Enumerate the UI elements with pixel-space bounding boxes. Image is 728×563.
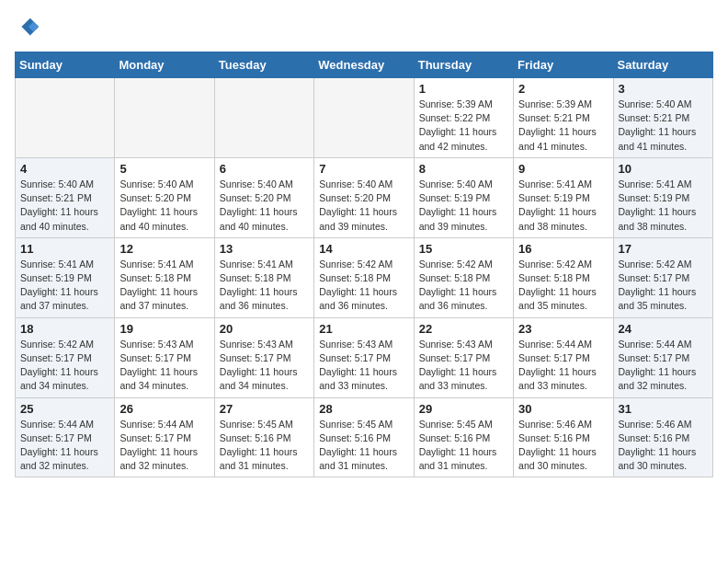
day-number: 24 [619,322,708,336]
logo [15,15,44,40]
day-info: Sunrise: 5:40 AM Sunset: 5:21 PM Dayligh… [20,178,109,234]
day-info: Sunrise: 5:42 AM Sunset: 5:18 PM Dayligh… [319,258,408,314]
day-number: 12 [119,242,209,256]
day-number: 21 [319,322,408,336]
calendar-cell: 27Sunrise: 5:45 AM Sunset: 5:16 PM Dayli… [214,397,313,477]
day-number: 19 [119,322,209,336]
day-number: 2 [518,82,608,96]
day-info: Sunrise: 5:43 AM Sunset: 5:17 PM Dayligh… [119,338,209,394]
calendar-cell: 4Sunrise: 5:40 AM Sunset: 5:21 PM Daylig… [16,157,115,237]
weekday-header-saturday: Saturday [613,52,712,78]
day-number: 23 [518,322,608,336]
calendar-cell: 9Sunrise: 5:41 AM Sunset: 5:19 PM Daylig… [514,157,613,237]
day-info: Sunrise: 5:45 AM Sunset: 5:16 PM Dayligh… [419,418,508,474]
day-number: 5 [119,162,209,176]
day-info: Sunrise: 5:44 AM Sunset: 5:17 PM Dayligh… [518,338,608,394]
day-info: Sunrise: 5:42 AM Sunset: 5:18 PM Dayligh… [518,258,608,314]
calendar-cell: 17Sunrise: 5:42 AM Sunset: 5:17 PM Dayli… [613,237,712,317]
day-number: 1 [419,82,508,96]
day-number: 25 [20,402,109,416]
day-info: Sunrise: 5:43 AM Sunset: 5:17 PM Dayligh… [419,338,508,394]
day-info: Sunrise: 5:40 AM Sunset: 5:21 PM Dayligh… [619,98,708,154]
weekday-header-sunday: Sunday [16,52,115,78]
calendar-cell: 20Sunrise: 5:43 AM Sunset: 5:17 PM Dayli… [214,317,313,397]
day-number: 27 [220,402,309,416]
calendar-cell: 13Sunrise: 5:41 AM Sunset: 5:18 PM Dayli… [214,237,313,317]
calendar-cell: 3Sunrise: 5:40 AM Sunset: 5:21 PM Daylig… [613,78,712,158]
day-info: Sunrise: 5:44 AM Sunset: 5:17 PM Dayligh… [619,338,708,394]
calendar-cell: 29Sunrise: 5:45 AM Sunset: 5:16 PM Dayli… [414,397,513,477]
day-info: Sunrise: 5:41 AM Sunset: 5:19 PM Dayligh… [619,178,708,234]
calendar-cell: 31Sunrise: 5:46 AM Sunset: 5:16 PM Dayli… [613,397,712,477]
calendar-cell: 1Sunrise: 5:39 AM Sunset: 5:22 PM Daylig… [414,78,513,158]
logo-icon [15,15,40,40]
day-info: Sunrise: 5:39 AM Sunset: 5:21 PM Dayligh… [518,98,608,154]
calendar-cell: 25Sunrise: 5:44 AM Sunset: 5:17 PM Dayli… [16,397,115,477]
calendar-cell: 21Sunrise: 5:43 AM Sunset: 5:17 PM Dayli… [314,317,414,397]
calendar-cell: 2Sunrise: 5:39 AM Sunset: 5:21 PM Daylig… [514,78,613,158]
day-number: 9 [518,162,608,176]
calendar-cell [314,78,414,158]
day-number: 31 [619,402,708,416]
day-number: 7 [319,162,408,176]
day-number: 29 [419,402,508,416]
day-number: 17 [619,242,708,256]
day-number: 11 [20,242,109,256]
day-info: Sunrise: 5:46 AM Sunset: 5:16 PM Dayligh… [518,418,608,474]
day-info: Sunrise: 5:45 AM Sunset: 5:16 PM Dayligh… [319,418,408,474]
calendar-cell: 16Sunrise: 5:42 AM Sunset: 5:18 PM Dayli… [514,237,613,317]
day-number: 15 [419,242,508,256]
calendar-cell: 5Sunrise: 5:40 AM Sunset: 5:20 PM Daylig… [115,157,214,237]
calendar-cell [214,78,313,158]
day-info: Sunrise: 5:41 AM Sunset: 5:19 PM Dayligh… [518,178,608,234]
day-info: Sunrise: 5:43 AM Sunset: 5:17 PM Dayligh… [220,338,309,394]
calendar-cell [16,78,115,158]
day-number: 10 [619,162,708,176]
calendar-cell: 23Sunrise: 5:44 AM Sunset: 5:17 PM Dayli… [514,317,613,397]
day-number: 26 [119,402,209,416]
day-info: Sunrise: 5:45 AM Sunset: 5:16 PM Dayligh… [220,418,309,474]
calendar-table: SundayMondayTuesdayWednesdayThursdayFrid… [15,52,713,477]
weekday-header-wednesday: Wednesday [314,52,414,78]
calendar-cell: 8Sunrise: 5:40 AM Sunset: 5:19 PM Daylig… [414,157,513,237]
day-number: 6 [220,162,309,176]
calendar-cell: 19Sunrise: 5:43 AM Sunset: 5:17 PM Dayli… [115,317,214,397]
day-number: 13 [220,242,309,256]
day-info: Sunrise: 5:41 AM Sunset: 5:19 PM Dayligh… [20,258,109,314]
calendar-cell: 7Sunrise: 5:40 AM Sunset: 5:20 PM Daylig… [314,157,414,237]
day-info: Sunrise: 5:40 AM Sunset: 5:20 PM Dayligh… [220,178,309,234]
page-header [15,15,713,40]
weekday-header-friday: Friday [514,52,613,78]
day-number: 18 [20,322,109,336]
calendar-cell [115,78,214,158]
day-info: Sunrise: 5:41 AM Sunset: 5:18 PM Dayligh… [119,258,209,314]
calendar-cell: 28Sunrise: 5:45 AM Sunset: 5:16 PM Dayli… [314,397,414,477]
weekday-header-monday: Monday [115,52,214,78]
calendar-cell: 14Sunrise: 5:42 AM Sunset: 5:18 PM Dayli… [314,237,414,317]
day-info: Sunrise: 5:42 AM Sunset: 5:17 PM Dayligh… [619,258,708,314]
day-info: Sunrise: 5:40 AM Sunset: 5:20 PM Dayligh… [319,178,408,234]
day-number: 22 [419,322,508,336]
day-info: Sunrise: 5:41 AM Sunset: 5:18 PM Dayligh… [220,258,309,314]
calendar-cell: 10Sunrise: 5:41 AM Sunset: 5:19 PM Dayli… [613,157,712,237]
day-number: 16 [518,242,608,256]
weekday-header-thursday: Thursday [414,52,513,78]
day-info: Sunrise: 5:44 AM Sunset: 5:17 PM Dayligh… [20,418,109,474]
day-number: 3 [619,82,708,96]
weekday-header-tuesday: Tuesday [214,52,313,78]
day-number: 4 [20,162,109,176]
calendar-cell: 15Sunrise: 5:42 AM Sunset: 5:18 PM Dayli… [414,237,513,317]
day-number: 20 [220,322,309,336]
day-info: Sunrise: 5:40 AM Sunset: 5:19 PM Dayligh… [419,178,508,234]
day-info: Sunrise: 5:42 AM Sunset: 5:18 PM Dayligh… [419,258,508,314]
calendar-cell: 11Sunrise: 5:41 AM Sunset: 5:19 PM Dayli… [16,237,115,317]
calendar-cell: 24Sunrise: 5:44 AM Sunset: 5:17 PM Dayli… [613,317,712,397]
calendar-cell: 30Sunrise: 5:46 AM Sunset: 5:16 PM Dayli… [514,397,613,477]
calendar-cell: 18Sunrise: 5:42 AM Sunset: 5:17 PM Dayli… [16,317,115,397]
day-info: Sunrise: 5:42 AM Sunset: 5:17 PM Dayligh… [20,338,109,394]
calendar-cell: 6Sunrise: 5:40 AM Sunset: 5:20 PM Daylig… [214,157,313,237]
day-info: Sunrise: 5:39 AM Sunset: 5:22 PM Dayligh… [419,98,508,154]
day-number: 30 [518,402,608,416]
day-number: 8 [419,162,508,176]
calendar-cell: 22Sunrise: 5:43 AM Sunset: 5:17 PM Dayli… [414,317,513,397]
